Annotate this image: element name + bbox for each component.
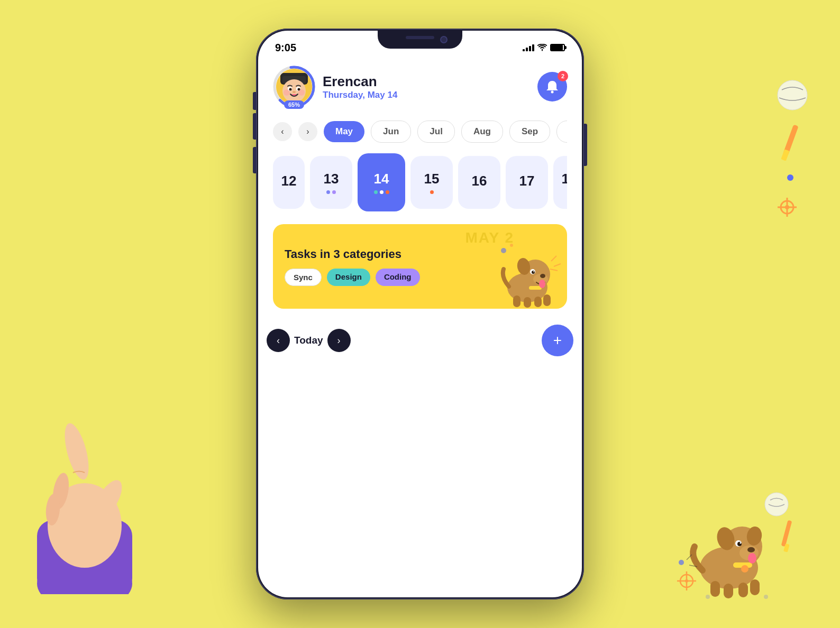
- month-sep[interactable]: Sep: [509, 121, 550, 143]
- user-name: Erencan: [323, 73, 397, 90]
- month-oct[interactable]: Oct: [556, 121, 567, 143]
- day-card-17[interactable]: 17: [506, 156, 548, 209]
- svg-point-72: [539, 280, 545, 288]
- svg-point-35: [764, 595, 768, 599]
- user-text: Erencan Thursday, May 14: [323, 73, 397, 100]
- svg-point-3: [60, 421, 93, 482]
- avatar-face-svg: [276, 69, 312, 105]
- day-number: 18: [562, 171, 567, 187]
- speaker: [406, 36, 434, 39]
- svg-rect-9: [781, 149, 789, 161]
- nav-today: ‹ Today ›: [267, 329, 351, 352]
- day-number: 16: [472, 173, 487, 189]
- svg-point-62: [540, 274, 545, 278]
- svg-point-53: [293, 91, 296, 93]
- nav-prev-button[interactable]: ‹: [267, 329, 290, 352]
- dog-right-illustration: [660, 488, 798, 602]
- svg-point-33: [748, 553, 756, 564]
- svg-rect-68: [524, 297, 531, 308]
- day-card-18[interactable]: 18: [553, 156, 567, 209]
- day-card-13[interactable]: 13: [310, 156, 352, 209]
- svg-point-7: [778, 80, 807, 110]
- svg-rect-69: [534, 297, 542, 307]
- svg-point-65: [533, 271, 534, 272]
- nav-next-button[interactable]: ›: [327, 329, 351, 352]
- phone-screen: 9:05: [258, 31, 582, 597]
- day-card-15[interactable]: 15: [410, 156, 453, 209]
- day-number: 15: [424, 171, 440, 187]
- today-label: Today: [294, 335, 323, 346]
- month-selector: ‹ › May Jun Jul Aug Sep Oct: [273, 121, 567, 143]
- day-number: 13: [324, 171, 339, 187]
- svg-rect-29: [738, 583, 748, 597]
- bottom-nav: ‹ Today › +: [258, 319, 582, 362]
- right-decorations: [777, 79, 808, 218]
- day-card-12[interactable]: 12: [273, 156, 305, 209]
- svg-point-32: [741, 565, 748, 572]
- svg-point-21: [747, 547, 755, 552]
- svg-point-51: [289, 88, 292, 91]
- user-info: 65% Erencan Thursday, May 14: [273, 66, 397, 108]
- banner-dog-illustration: [493, 240, 562, 309]
- day-card-16[interactable]: 16: [458, 156, 500, 209]
- battery-icon: [550, 44, 565, 51]
- avatar-container[interactable]: 65%: [273, 66, 315, 108]
- svg-point-54: [284, 89, 290, 96]
- day-dots: [374, 190, 389, 194]
- day-dots: [430, 190, 434, 194]
- notification-count: 2: [558, 71, 568, 81]
- day-selector: 12 13 14: [273, 153, 567, 211]
- tag-design[interactable]: Design: [327, 269, 370, 286]
- tag-sync[interactable]: Sync: [285, 269, 322, 286]
- phone-notch: [378, 31, 462, 49]
- hand-illustration: [32, 404, 148, 596]
- signal-icon: [523, 44, 534, 51]
- power-button: [584, 124, 587, 166]
- month-prev-button[interactable]: ‹: [273, 122, 292, 141]
- volume-up-button: [253, 113, 256, 140]
- svg-rect-28: [724, 584, 733, 598]
- bell-icon: [545, 80, 559, 94]
- day-number: 14: [374, 171, 389, 187]
- svg-point-34: [706, 595, 710, 599]
- svg-point-56: [551, 91, 554, 94]
- tasks-banner: Tasks in 3 categories Sync Design Coding…: [273, 224, 567, 309]
- day-number: 12: [281, 173, 297, 189]
- app-content: 65% Erencan Thursday, May 14 2: [258, 57, 582, 319]
- volume-down-button: [253, 147, 256, 173]
- day-dots: [326, 190, 336, 194]
- month-may[interactable]: May: [324, 121, 364, 142]
- day-card-14[interactable]: 14: [358, 153, 405, 211]
- wifi-icon: [537, 44, 547, 51]
- svg-point-58: [510, 244, 513, 247]
- month-jul[interactable]: Jul: [417, 121, 455, 143]
- user-date: Thursday, May 14: [323, 90, 397, 100]
- add-icon: +: [553, 332, 562, 349]
- status-time: 9:05: [275, 42, 296, 54]
- month-jun[interactable]: Jun: [371, 121, 411, 143]
- silent-button: [253, 92, 256, 110]
- header: 65% Erencan Thursday, May 14 2: [273, 57, 567, 121]
- svg-rect-70: [543, 294, 551, 306]
- phone-frame: 9:05: [256, 29, 584, 599]
- tag-coding[interactable]: Coding: [376, 269, 420, 286]
- svg-point-24: [740, 542, 742, 544]
- svg-line-75: [550, 269, 558, 271]
- svg-point-64: [532, 271, 535, 274]
- avatar-progress-badge: 65%: [284, 100, 304, 109]
- svg-rect-67: [513, 295, 521, 307]
- status-icons: [523, 44, 565, 51]
- svg-rect-30: [750, 579, 760, 595]
- notification-button[interactable]: 2: [537, 72, 567, 101]
- month-next-button[interactable]: ›: [298, 122, 317, 141]
- month-aug[interactable]: Aug: [461, 121, 503, 143]
- svg-point-14: [765, 493, 788, 516]
- svg-point-55: [298, 89, 305, 96]
- day-number: 17: [519, 173, 535, 189]
- svg-rect-15: [781, 520, 792, 547]
- svg-line-74: [554, 264, 561, 266]
- add-button[interactable]: +: [542, 325, 573, 356]
- camera: [440, 36, 448, 43]
- svg-line-73: [551, 256, 556, 261]
- svg-point-57: [501, 248, 506, 253]
